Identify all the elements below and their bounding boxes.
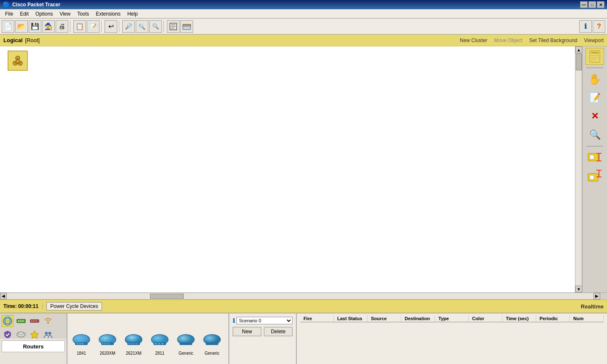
scroll-left-arrow[interactable]: ◀ <box>0 293 7 300</box>
device-generic2[interactable]: Generic <box>201 329 223 356</box>
titlebar-left: 🔵 Cisco Packet Tracer <box>3 1 60 8</box>
device-2621xm[interactable]: 2621XM <box>123 329 144 356</box>
print-button[interactable]: 🖨 <box>56 20 68 33</box>
svg-rect-75 <box>161 343 164 344</box>
help-button[interactable]: ? <box>593 20 605 33</box>
activity-wizard-button[interactable]: 🧙 <box>42 20 55 33</box>
scroll-right-arrow[interactable]: ▶ <box>594 293 600 300</box>
titlebar: 🔵 Cisco Packet Tracer — □ ✕ <box>0 0 607 9</box>
new-cluster-button[interactable]: New Cluster <box>460 37 487 43</box>
device-2621xm-icon[interactable] <box>123 329 144 350</box>
cat-wan[interactable] <box>15 329 27 340</box>
hscroll-thumb[interactable] <box>150 294 184 299</box>
cat-hubs[interactable] <box>29 315 40 327</box>
statusbar-divider: | <box>42 303 43 309</box>
svg-rect-73 <box>155 343 157 344</box>
device-2620xm-icon[interactable] <box>97 329 118 350</box>
time-display: Time: 00:00:11 <box>3 303 38 309</box>
menu-extensions[interactable]: Extensions <box>92 10 124 18</box>
svg-rect-74 <box>158 343 160 344</box>
viewport-button[interactable]: Viewport <box>584 37 604 43</box>
move-tool[interactable]: ✋ <box>586 71 604 88</box>
menu-edit[interactable]: Edit <box>16 10 32 18</box>
menu-help[interactable]: Help <box>124 10 141 18</box>
titlebar-buttons[interactable]: — □ ✕ <box>580 1 604 8</box>
save-button[interactable]: 💾 <box>29 20 41 33</box>
svg-rect-69 <box>133 343 134 344</box>
svg-point-54 <box>75 335 88 342</box>
device-generic2-icon[interactable] <box>201 329 223 350</box>
event-list: Fire Last Status Source Destination Type… <box>296 313 607 364</box>
menu-tools[interactable]: Tools <box>74 10 92 18</box>
category-label-text: Routers <box>23 343 43 350</box>
scroll-down-arrow[interactable]: ▼ <box>575 286 582 292</box>
cat-custom[interactable] <box>29 329 40 340</box>
copy-button[interactable]: 📋 <box>73 20 86 33</box>
main-area: ▲ ▼ ✋ 📝 ✕ 🔍 <box>0 46 607 292</box>
device-categories: Routers <box>0 313 67 364</box>
open-button[interactable]: 📂 <box>15 20 28 33</box>
pdu-complex-tool[interactable] <box>586 168 604 185</box>
device-1841-icon[interactable] <box>71 329 92 350</box>
zoom-reset-button[interactable]: 🔍 <box>149 20 162 33</box>
scroll-thumb-v[interactable] <box>576 54 582 70</box>
node-icon[interactable] <box>8 51 28 71</box>
col-time: Time (sec) <box>502 315 536 322</box>
cisco-icon: 🔵 <box>3 1 10 8</box>
device-generic1[interactable]: Generic <box>175 329 196 356</box>
canvas[interactable] <box>0 46 575 292</box>
canvas-node[interactable] <box>8 51 28 71</box>
note-tool[interactable]: 📝 <box>586 89 604 106</box>
svg-rect-56 <box>77 343 78 344</box>
svg-rect-79 <box>206 343 218 345</box>
svg-rect-68 <box>131 343 132 344</box>
scroll-track-v[interactable] <box>575 53 582 286</box>
svg-point-45 <box>48 332 51 335</box>
maximize-button[interactable]: □ <box>588 1 596 8</box>
zoom-in-button[interactable]: 🔎 <box>122 20 135 33</box>
power-cycle-button[interactable]: Power Cycle Devices <box>46 302 102 310</box>
set-tiled-bg-button[interactable]: Set Tiled Background <box>529 37 577 43</box>
svg-rect-39 <box>36 321 37 321</box>
svg-rect-64 <box>108 343 110 344</box>
close-button[interactable]: ✕ <box>597 1 604 8</box>
pdu-list-button[interactable] <box>167 20 180 33</box>
scenario-select[interactable]: Scenario 0 <box>236 317 293 324</box>
menu-view[interactable]: View <box>56 10 74 18</box>
category-icons <box>0 313 67 339</box>
sidebar-separator-2 <box>586 146 603 147</box>
delete-tool[interactable]: ✕ <box>586 108 604 125</box>
pdu-add-tool[interactable] <box>586 149 604 166</box>
cat-switches[interactable] <box>15 315 27 327</box>
new-button[interactable]: 📄 <box>2 20 14 33</box>
hscroll-track[interactable] <box>7 293 594 299</box>
new-scenario-button[interactable]: New <box>233 327 261 336</box>
cat-multiuser[interactable] <box>42 329 54 340</box>
horizontal-scrollbar[interactable]: ◀ ▶ <box>0 292 607 299</box>
cat-security[interactable] <box>2 329 13 340</box>
vertical-scrollbar[interactable]: ▲ ▼ <box>575 46 582 292</box>
scenario-panel: ℹ Scenario 0 New Delete <box>228 313 296 364</box>
col-periodic: Periodic <box>536 315 570 322</box>
device-generic1-icon[interactable] <box>175 329 196 350</box>
sidebar-separator-1 <box>586 67 603 68</box>
inspect-tool[interactable]: 🔍 <box>586 126 604 143</box>
info-button[interactable]: ℹ <box>579 20 592 33</box>
cat-routers[interactable] <box>2 315 13 327</box>
device-1841[interactable]: 1841 <box>71 329 92 356</box>
minimize-button[interactable]: — <box>580 1 588 8</box>
cat-wireless[interactable] <box>42 315 54 327</box>
palette-button[interactable] <box>180 20 193 33</box>
menu-options[interactable]: Options <box>32 10 56 18</box>
select-tool[interactable] <box>586 48 604 65</box>
undo-button[interactable]: ↩ <box>105 20 117 33</box>
device-2811[interactable]: 2811 <box>149 329 170 356</box>
delete-scenario-button[interactable]: Delete <box>264 327 293 336</box>
paste-button[interactable]: 📝 <box>87 20 99 33</box>
device-2811-icon[interactable] <box>149 329 170 350</box>
move-object-button[interactable]: Move Object <box>494 37 522 43</box>
zoom-out-button[interactable]: 🔎 <box>136 20 148 33</box>
menu-file[interactable]: File <box>2 10 16 18</box>
scroll-up-arrow[interactable]: ▲ <box>575 46 582 53</box>
device-2620xm[interactable]: 2620XM <box>97 329 118 356</box>
